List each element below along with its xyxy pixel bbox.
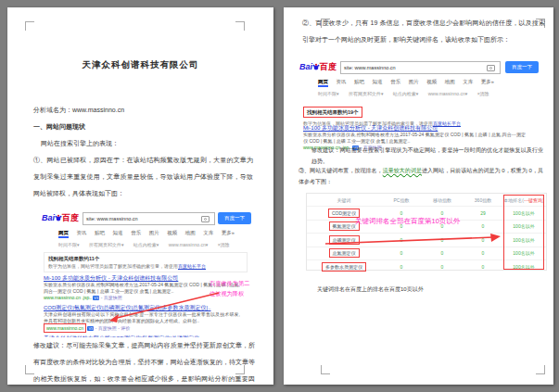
col-header-mobile-index: 移动指数 [422,197,463,203]
camera-icon[interactable] [201,216,210,222]
baidu-search-button[interactable]: 百度一下 [505,61,539,73]
annotation-demotion: 百度收录为第二 位被视为降权 [210,278,258,298]
result1-url-text: www.massinno.cn .jsp.. [44,295,93,300]
col-header-360-index: 360指数 [463,197,503,203]
filter-filetype[interactable]: 所有网页和文件▾ [89,242,124,247]
keyword-link[interactable]: 多参数水质测定仪 [322,262,366,272]
sub-heading: 网站在搜索引擎上的表现： [41,135,252,152]
baidu-search-button[interactable]: 百度一下 [218,212,251,224]
result-count-title: 找到相关结果数约11个 [48,255,243,262]
baidu-logo-du: 百度 [320,62,337,71]
result-count-box: 找到相关结果数约11个 数字为估算值，网站管理员如需了解更加准确的索引量，请使用… [44,252,248,272]
webmaster-platform-link[interactable]: 百度站长平台 [178,263,206,269]
filter-time[interactable]: 时间不限▾ [318,91,339,96]
highlighted-url-redbox: www.massinno.cn [44,323,86,333]
baidu-logo-bai: Bai [299,62,312,71]
serp-tab-news[interactable]: 资讯 [77,230,87,235]
result2-description: 天津众科创谱科技有限公司以下简称众科创谱:是一家专注于仪器仪表—批发零售以及技术… [44,311,240,323]
margin-mark-icon [321,365,330,374]
paragraph-2: ②、百度收录少，只有 19 条信息，百度收录信息少会影响网站的信任度，以及搜索引… [302,15,545,48]
result2-snapshot-link[interactable]: - 百度快照 - 评价 [94,325,130,331]
document-canvas: { "colors": { "baidu_button_blue": "#338… [0,0,559,392]
filter-site-domain[interactable]: www.massinno.cn▾ [428,91,468,96]
advice-paragraph: 修改建议：尽可能去除采集文章，提高网站内容质量并坚持更新原创文章，所有百度收录的… [33,337,255,392]
serp-tab-web[interactable]: 网页 [318,79,328,87]
result2-url: www.massinno.cn V3 - 百度快照 - 评价 [44,324,130,333]
annotation-keyword-rank: 关键词排名全部在百度第10页以外 [355,216,460,226]
search-input[interactable]: site: www.massinno.cn [340,61,501,74]
serp-tab-bar: 网页 资讯 贴吧 知道 音乐 图片 视频 地图 文库 更多» [318,79,501,85]
so360-index-value: 0 [463,223,503,229]
paragraph-3-text: ③、网站关键词布置，按现排名， [299,168,383,173]
filter-clear[interactable]: ×清除 [218,242,230,247]
serp-tab-wenku[interactable]: 文库 [463,79,473,84]
mobile-index-value: 0 [422,237,463,243]
baidu-logo-du: 百度 [62,213,79,222]
serp-tab-bar: 网页 资讯 贴吧 知道 音乐 图片 视频 地图 文库 更多» [58,230,241,236]
keyword-link[interactable]: 总磷测定仪 [329,235,360,245]
margin-mark-icon [235,21,245,31]
pc-index-value: 0 [381,237,422,243]
serp-tab-more[interactable]: 更多» [222,230,235,235]
baidu-paw-icon [55,214,62,221]
baidu-logo: Bai百度 [299,61,337,73]
serp-tab-video[interactable]: 视频 [167,230,177,235]
keyword-rank-table: 关键词 PC指数 移动指数 360指数 本地排名(一键查询) COD测定仪 0 … [306,193,547,271]
filter-site-search[interactable]: 站点内检索▾ [393,91,419,96]
baidu-serp-screenshot-1: Bai百度 site: www.massinno.cn 百度一下 网页 资讯 贴… [42,208,253,337]
serp-filter-bar: 时间不限▾ 所有网页和文件▾ 站点内检索▾ www.massinno.cn▾ ×… [318,91,498,96]
pc-index-value: 0 [381,210,422,216]
keyword-link[interactable]: 总氮测定仪 [329,248,360,258]
camera-icon[interactable] [487,65,495,71]
search-input[interactable]: site: www.massinno.cn [83,212,215,225]
filter-clear[interactable]: ×清除 [477,91,489,96]
serp-tab-news[interactable]: 资讯 [337,79,347,84]
result-count-text: 数字为估算值，网站管理员如需了解更加准确的索引量，请使用 [48,263,178,269]
paragraph-3-grammar-highlight: 流量较大的词是 [383,168,422,173]
serp-tab-image[interactable]: 图片 [409,79,419,84]
serp-tab-music[interactable]: 音乐 [131,230,141,235]
so360-index-value: 0 [463,250,503,256]
rank-column-redbox [503,195,544,270]
advice-line: 修改建议：网站需要在搜索引擎现状为不稳定网站，要坚持一段时间的优化才能恢复以及行… [311,145,543,167]
result1-description: 实验室水质分析仪器仪表,控制和网络校准方法,2017-05-24 氨氮测定仪 C… [303,132,526,144]
serp-tab-map[interactable]: 地图 [185,230,196,235]
paragraph-1: ①、网站已被降权，原因在于：在该站结构频繁改版无规则，大量的文章为复制采集过来重… [33,152,253,202]
result-count-title-redbox: 找到相关结果数约19个 [303,107,362,118]
serp-tab-more[interactable]: 更多» [481,79,494,84]
filter-site-search[interactable]: 站点内检索▾ [133,242,159,247]
serp-tab-tieba[interactable]: 贴吧 [354,79,364,84]
mobile-index-value: 0 [422,264,463,270]
baidu-logo: Bai百度 [42,212,79,224]
serp-tab-video[interactable]: 视频 [426,79,437,84]
serp-tab-zhidao[interactable]: 知道 [113,230,123,235]
serp-filter-bar: 时间不限▾ 所有网页和文件▾ 站点内检索▾ www.massinno.cn▾ ×… [58,242,238,247]
serp-tab-map[interactable]: 地图 [445,79,455,84]
so360-index-value: 29 [463,210,503,216]
filter-filetype[interactable]: 所有网页和文件▾ [349,91,384,96]
mobile-index-value: 0 [422,250,463,256]
pc-index-value: 0 [381,264,422,270]
serp-tab-web[interactable]: 网页 [58,230,69,238]
serp-tab-tieba[interactable]: 贴吧 [95,230,105,235]
serp-tab-zhidao[interactable]: 知道 [373,79,383,84]
so360-index-value: 0 [463,264,503,270]
margin-mark-icon [536,365,545,374]
baidu-serp-screenshot-2: Bai百度 site: www.massinno.cn 百度一下 网页 资讯 贴… [299,57,540,152]
margin-mark-icon [25,21,34,31]
col-header-keyword: 关键词 [307,197,381,203]
serp-tab-image[interactable]: 图片 [149,230,159,235]
filter-time[interactable]: 时间不限▾ [58,242,80,247]
filter-site-domain[interactable]: www.massinno.cn▾ [169,242,209,247]
result1-snapshot-link[interactable]: - 百度快照 [99,295,121,300]
bottom-note: 关键词排名在百度上的排名在百度10页以外 [317,284,540,295]
col-header-pc-index: PC指数 [381,197,422,203]
serp-tab-wenku[interactable]: 文库 [203,230,213,235]
section-heading: 一、网站问题现状 [33,119,252,135]
serp-tab-music[interactable]: 音乐 [390,79,400,84]
paragraph-3: ③、网站关键词布置，按现排名，流量较大的词是进入网站，目前该站点的词是为 0，权… [299,165,543,187]
document-page-2: ②、百度收录少，只有 19 条信息，百度收录信息少会影响网站的信任度，以及搜索引… [284,7,553,385]
result1-url: www.massinno.cn .jsp.. V3 - 百度快照 [44,294,122,302]
result-count-box: 找到相关结果数约19个 数字为估算值，网站管理员如需了解更加准确的索引量，请使用… [303,101,461,127]
annotation-demotion-line1: 百度收录为第二 [210,278,258,288]
